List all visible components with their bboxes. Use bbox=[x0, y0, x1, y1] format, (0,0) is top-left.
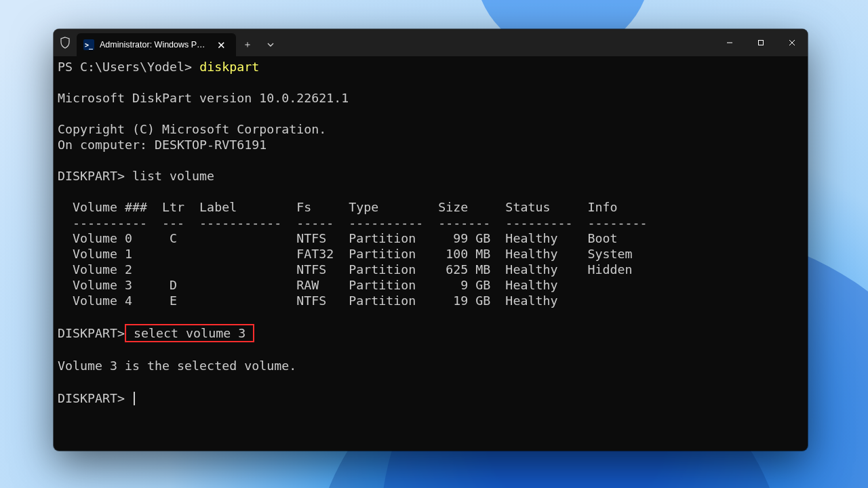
titlebar-drag-region[interactable] bbox=[282, 29, 714, 56]
diskpart-command-list-volume: list volume bbox=[132, 169, 214, 183]
diskpart-banner: Microsoft DiskPart version 10.0.22621.1 bbox=[58, 91, 349, 105]
close-button[interactable] bbox=[776, 29, 808, 56]
ps-command: diskpart bbox=[199, 60, 259, 74]
diskpart-prompt: DISKPART> bbox=[58, 326, 125, 340]
tab-dropdown-button[interactable] bbox=[259, 33, 282, 56]
ps-prompt: PS C:\Users\Yodel> bbox=[58, 60, 199, 74]
diskpart-copyright: Copyright (C) Microsoft Corporation. bbox=[58, 122, 326, 136]
diskpart-prompt: DISKPART> bbox=[58, 169, 132, 183]
svg-rect-0 bbox=[759, 41, 764, 45]
text-cursor bbox=[134, 392, 135, 405]
highlighted-command: select volume 3 bbox=[125, 324, 254, 342]
volume-row: Volume 4 E NTFS Partition 19 GB Healthy bbox=[58, 293, 557, 308]
tab-title: Administrator: Windows Powe bbox=[100, 40, 208, 49]
terminal-window: >_ Administrator: Windows Powe ✕ ＋ PS C:… bbox=[54, 29, 808, 451]
select-volume-result: Volume 3 is the selected volume. bbox=[58, 359, 296, 373]
volume-table-divider: ---------- --- ----------- ----- -------… bbox=[58, 216, 648, 230]
volume-row: Volume 0 C NTFS Partition 99 GB Healthy … bbox=[58, 231, 617, 245]
terminal-output[interactable]: PS C:\Users\Yodel> diskpart Microsoft Di… bbox=[54, 56, 808, 409]
powershell-icon: >_ bbox=[83, 39, 94, 50]
maximize-button[interactable] bbox=[745, 29, 776, 56]
diskpart-prompt: DISKPART> bbox=[58, 391, 132, 405]
minimize-button[interactable] bbox=[714, 29, 745, 56]
volume-row: Volume 1 FAT32 Partition 100 MB Healthy … bbox=[58, 247, 632, 261]
admin-shield-icon bbox=[54, 29, 77, 56]
volume-row: Volume 2 NTFS Partition 625 MB Healthy H… bbox=[58, 262, 632, 277]
tab-close-button[interactable]: ✕ bbox=[214, 39, 229, 52]
new-tab-button[interactable]: ＋ bbox=[236, 33, 259, 56]
active-tab[interactable]: >_ Administrator: Windows Powe ✕ bbox=[77, 33, 236, 56]
diskpart-computer: On computer: DESKTOP-RVT6191 bbox=[58, 138, 267, 152]
titlebar[interactable]: >_ Administrator: Windows Powe ✕ ＋ bbox=[54, 29, 808, 56]
volume-table-header: Volume ### Ltr Label Fs Type Size Status… bbox=[58, 200, 617, 214]
volume-row: Volume 3 D RAW Partition 9 GB Healthy bbox=[58, 278, 557, 292]
